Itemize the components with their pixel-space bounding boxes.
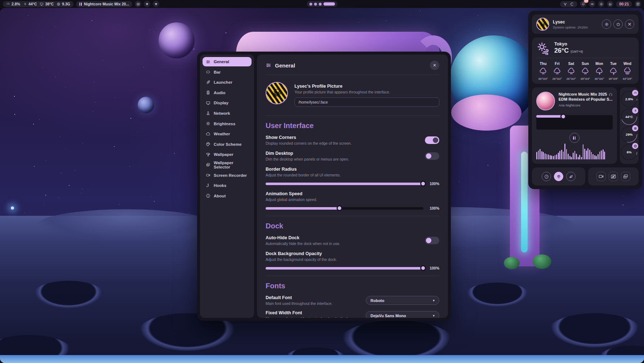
- network-icon: [206, 111, 210, 115]
- close-window-button[interactable]: ✕: [430, 61, 439, 70]
- tray-icon-2[interactable]: [570, 2, 574, 6]
- screen-corner: [0, 358, 5, 363]
- setting-border-radius: Border Radius Adjust the rounded border …: [266, 167, 439, 187]
- ram-stat: 9.3G: [57, 2, 70, 6]
- notifications-button[interactable]: 23: [580, 1, 586, 7]
- screenshot-off-button[interactable]: [609, 172, 618, 181]
- volume-button[interactable]: [589, 1, 595, 7]
- system-stats-pill[interactable]: 2.8% 44°C 38°C 9.3G: [3, 1, 74, 7]
- sidebar-item-network[interactable]: Network: [203, 109, 252, 118]
- sun-wind-icon: [536, 41, 550, 55]
- sidebar-item-label: Network: [214, 111, 230, 115]
- workspace-indicator[interactable]: [307, 1, 337, 7]
- sidebar-item-about[interactable]: About: [203, 191, 252, 201]
- dim-desktop-toggle[interactable]: [425, 152, 439, 160]
- forecast-day: Mon 36°/26°: [592, 61, 606, 80]
- brightness-icon: [206, 121, 210, 126]
- quick-actions-card: [588, 167, 639, 185]
- gear-icon: [604, 22, 609, 27]
- profile-avatar[interactable]: ☠: [266, 82, 288, 104]
- fixed-width-font-dropdown[interactable]: DejaVu Sans Mono ▾: [366, 311, 439, 318]
- notification-badge: 23: [584, 0, 589, 3]
- forecast-day: Fri 26°/22°: [550, 61, 564, 80]
- sidebar-item-brightness[interactable]: Brightness: [203, 119, 252, 128]
- slider-knob[interactable]: [337, 205, 342, 211]
- bright-star: [11, 206, 14, 210]
- settings-button[interactable]: [602, 19, 611, 29]
- settings-sidebar: General Bar Launcher Audio Display Netwo…: [200, 54, 254, 318]
- app-grid-button[interactable]: [635, 1, 641, 7]
- powersaver-mode-button[interactable]: [566, 172, 576, 181]
- setting-dock-opacity: Dock Background Opacity Adjust the backg…: [266, 251, 439, 271]
- sidebar-item-wallpaper-selector[interactable]: Wallpaper Selector: [203, 160, 252, 170]
- bar-icon: [206, 70, 210, 74]
- dock-opacity-slider[interactable]: [266, 267, 423, 270]
- clock[interactable]: 00:21: [616, 1, 632, 7]
- slider-knob[interactable]: [560, 114, 566, 119]
- workspace-dot-3[interactable]: [319, 3, 321, 5]
- user-name: Lysec: [553, 19, 588, 25]
- wallpaper-swap-button[interactable]: [621, 172, 630, 181]
- cpu-usage-stat: 2.8%: [6, 2, 20, 6]
- sidebar-item-launcher[interactable]: Launcher: [203, 78, 252, 87]
- sidebar-item-bar[interactable]: Bar: [203, 67, 252, 77]
- volume-icon: [590, 2, 594, 6]
- balanced-mode-button[interactable]: [554, 172, 563, 181]
- divider: [266, 216, 439, 216]
- workspace-dot-active[interactable]: [323, 3, 335, 6]
- emoji-button[interactable]: [135, 1, 141, 7]
- track-artist: Aria Nightcore: [559, 103, 613, 107]
- sidebar-item-hooks[interactable]: Hooks: [203, 181, 252, 190]
- fog-icon: [623, 67, 631, 75]
- default-font-dropdown[interactable]: Roboto ▾: [366, 296, 439, 305]
- setting-auto-hide-dock: Auto-Hide Dock Automatically hide the do…: [266, 235, 439, 246]
- forecast-day: Thu 30°/23°: [536, 61, 550, 80]
- sidebar-item-general[interactable]: General: [203, 57, 252, 66]
- top-bar: 2.8% 44°C 38°C 9.3G Nightcore Music Mix …: [0, 0, 644, 8]
- close-panel-button[interactable]: ✕: [625, 19, 634, 29]
- power-button[interactable]: [613, 19, 623, 29]
- balance-icon: [556, 174, 561, 179]
- profile-path-input[interactable]: [294, 97, 439, 107]
- media-pill[interactable]: Nightcore Music Mix 20...: [76, 1, 132, 7]
- tray-icon-1[interactable]: [563, 2, 567, 6]
- forecast-day: Wed 33°/25°: [621, 61, 634, 80]
- night-light-button[interactable]: [607, 1, 613, 7]
- slider-knob[interactable]: [420, 181, 426, 187]
- animation-speed-slider[interactable]: [266, 207, 423, 210]
- sidebar-item-label: Wallpaper Selector: [214, 161, 248, 169]
- profile-section: ☠ Lysec's Profile Picture Your profile p…: [266, 82, 439, 107]
- performance-mode-button[interactable]: [542, 172, 551, 181]
- audio-visualizer: [536, 143, 613, 159]
- sidebar-item-screen-recorder[interactable]: Screen Recorder: [203, 171, 252, 180]
- show-corners-toggle[interactable]: [425, 136, 439, 144]
- gpu-temp-value: 38°C: [45, 2, 53, 6]
- auto-hide-dock-toggle[interactable]: [425, 237, 439, 244]
- track-progress-slider[interactable]: [536, 115, 613, 130]
- page-title: General: [275, 62, 426, 69]
- workspace-dot-1[interactable]: [309, 3, 312, 5]
- screen-record-icon: [598, 174, 604, 179]
- sidebar-item-audio[interactable]: Audio: [203, 88, 252, 97]
- sidebar-item-label: Bar: [214, 70, 221, 74]
- forecast-day: Tue 30°/25°: [607, 61, 620, 80]
- sidebar-item-color-scheme[interactable]: Color Scheme: [203, 140, 252, 149]
- sidebar-item-display[interactable]: Display: [203, 98, 252, 108]
- skull-icon: ☠: [540, 21, 545, 28]
- sidebar-item-weather[interactable]: Weather: [203, 129, 252, 139]
- setting-dim-desktop: Dim Desktop Dim the desktop when panels …: [266, 151, 439, 161]
- system-tray-pill[interactable]: [560, 1, 577, 7]
- weather-city: Tokyo: [554, 41, 583, 47]
- cpu-temp-stat: 44°C: [23, 2, 37, 6]
- heart-button-2[interactable]: ♥: [153, 1, 159, 7]
- workspace-dot-2[interactable]: [314, 3, 317, 5]
- screen-record-button[interactable]: [596, 172, 606, 181]
- section-title-dock: Dock: [266, 222, 439, 230]
- sidebar-item-wallpaper[interactable]: Wallpaper: [203, 150, 252, 159]
- brightness-button[interactable]: [598, 1, 604, 7]
- grid-icon: [636, 2, 640, 6]
- border-radius-slider[interactable]: [266, 183, 423, 185]
- heart-button-1[interactable]: ♥: [144, 1, 150, 7]
- pause-button[interactable]: [569, 133, 579, 143]
- slider-knob[interactable]: [420, 265, 426, 271]
